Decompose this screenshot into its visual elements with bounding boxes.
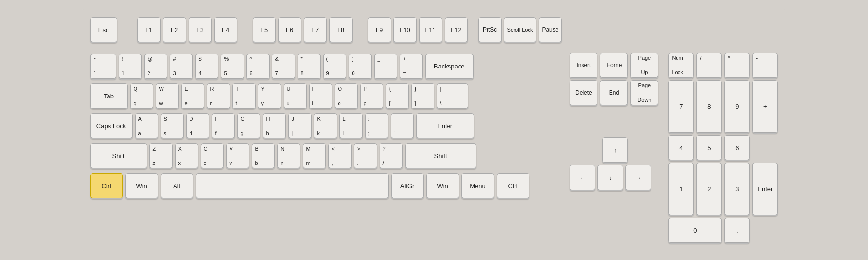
key-close-bracket[interactable]: } ] [411, 83, 434, 109]
key-home[interactable]: Home [600, 53, 628, 78]
key-num-enter[interactable]: Enter [752, 163, 778, 215]
key-num-minus[interactable]: - [752, 53, 778, 78]
key-num-3[interactable]: 3 [724, 163, 750, 215]
key-2[interactable]: @ 2 [144, 54, 167, 79]
key-arrow-right[interactable]: → [625, 165, 651, 190]
key-num-dot[interactable]: . [724, 218, 750, 243]
key-f5[interactable]: F5 [253, 17, 276, 42]
key-a[interactable]: A a [135, 113, 158, 138]
key-backslash[interactable]: | \ [437, 83, 468, 109]
key-v[interactable]: V v [226, 143, 249, 168]
key-p[interactable]: P p [360, 83, 383, 109]
key-num-slash[interactable]: / [696, 53, 722, 78]
key-f1[interactable]: F1 [137, 17, 161, 42]
key-x[interactable]: X x [175, 143, 198, 168]
key-c[interactable]: C c [201, 143, 224, 168]
key-f6[interactable]: F6 [278, 17, 301, 42]
key-win-left[interactable]: Win [125, 173, 158, 198]
key-f[interactable]: F f [212, 113, 235, 138]
key-f8[interactable]: F8 [329, 17, 353, 42]
key-altgr[interactable]: AltGr [391, 173, 424, 198]
key-7[interactable]: & 7 [272, 54, 295, 79]
key-open-bracket[interactable]: { [ [386, 83, 409, 109]
key-page-up[interactable]: Page Up [630, 53, 658, 78]
key-shift-right[interactable]: Shift [405, 143, 476, 168]
key-num-5[interactable]: 5 [696, 135, 722, 160]
key-shift-left[interactable]: Shift [90, 143, 147, 168]
key-arrow-up[interactable]: ↑ [602, 137, 628, 163]
key-o[interactable]: O o [335, 83, 358, 109]
key-num-9[interactable]: 9 [724, 80, 750, 133]
key-f11[interactable]: F11 [419, 17, 442, 42]
key-y[interactable]: Y y [258, 83, 281, 109]
key-b[interactable]: B b [252, 143, 275, 168]
key-end[interactable]: End [600, 80, 628, 105]
key-s[interactable]: S s [161, 113, 184, 138]
key-d[interactable]: D d [186, 113, 209, 138]
key-k[interactable]: K k [314, 113, 337, 138]
key-f4[interactable]: F4 [214, 17, 237, 42]
key-alt-left[interactable]: Alt [161, 173, 193, 198]
key-r[interactable]: R r [207, 83, 230, 109]
key-page-down[interactable]: Page Down [630, 80, 658, 105]
key-w[interactable]: W w [156, 83, 179, 109]
key-f12[interactable]: F12 [445, 17, 468, 42]
key-numlock[interactable]: Num Lock [668, 53, 694, 78]
key-comma[interactable]: < , [328, 143, 352, 168]
key-arrow-down[interactable]: ↓ [597, 165, 623, 190]
key-num-4[interactable]: 4 [668, 135, 694, 160]
key-z[interactable]: Z z [149, 143, 173, 168]
key-num-7[interactable]: 7 [668, 80, 694, 133]
key-space[interactable] [196, 173, 389, 198]
key-5[interactable]: % 5 [221, 54, 244, 79]
key-semicolon[interactable]: : ; [365, 113, 388, 138]
key-win-right[interactable]: Win [426, 173, 459, 198]
key-h[interactable]: H h [263, 113, 286, 138]
key-t[interactable]: T t [232, 83, 256, 109]
key-i[interactable]: I i [309, 83, 332, 109]
key-q[interactable]: Q q [130, 83, 153, 109]
key-backtick[interactable]: ~ ` [90, 54, 116, 79]
key-f9[interactable]: F9 [368, 17, 391, 42]
key-num-6[interactable]: 6 [724, 135, 750, 160]
key-arrow-left[interactable]: ← [570, 165, 595, 190]
key-delete[interactable]: Delete [570, 80, 597, 105]
key-num-8[interactable]: 8 [696, 80, 722, 133]
key-ctrl-left[interactable]: Ctrl [90, 173, 123, 198]
key-period[interactable]: > . [354, 143, 377, 168]
key-f10[interactable]: F10 [393, 17, 417, 42]
key-4[interactable]: $ 4 [195, 54, 218, 79]
key-num-asterisk[interactable]: * [724, 53, 750, 78]
key-tab[interactable]: Tab [90, 83, 128, 109]
key-enter[interactable]: Enter [416, 113, 474, 138]
key-slash[interactable]: ? / [380, 143, 403, 168]
key-ctrl-right[interactable]: Ctrl [497, 173, 529, 198]
key-backspace[interactable]: Backspace [425, 54, 474, 79]
key-n[interactable]: N n [277, 143, 300, 168]
key-6[interactable]: ^ 6 [246, 54, 270, 79]
key-prtsc[interactable]: PrtSc [478, 17, 502, 42]
key-e[interactable]: E e [181, 83, 204, 109]
key-num-plus[interactable]: + [752, 80, 778, 133]
key-num-0[interactable]: 0 [668, 218, 722, 243]
key-1[interactable]: ! 1 [119, 54, 142, 79]
key-equals[interactable]: + = [400, 54, 423, 79]
key-esc[interactable]: Esc [90, 17, 117, 42]
key-num-1[interactable]: 1 [668, 163, 694, 215]
key-f3[interactable]: F3 [189, 17, 212, 42]
key-g[interactable]: G g [237, 113, 260, 138]
key-caps-lock[interactable]: Caps Lock [90, 113, 133, 138]
key-quote[interactable]: " ' [391, 113, 414, 138]
key-u[interactable]: U u [284, 83, 307, 109]
key-9[interactable]: ( 9 [323, 54, 346, 79]
key-l[interactable]: L l [339, 113, 363, 138]
key-j[interactable]: J j [288, 113, 312, 138]
key-menu[interactable]: Menu [461, 173, 494, 198]
key-minus[interactable]: _ - [374, 54, 397, 79]
key-8[interactable]: * 8 [298, 54, 321, 79]
key-3[interactable]: # 3 [170, 54, 193, 79]
key-f7[interactable]: F7 [304, 17, 327, 42]
key-num-2[interactable]: 2 [696, 163, 722, 215]
key-insert[interactable]: Insert [570, 53, 597, 78]
key-0[interactable]: ) 0 [349, 54, 372, 79]
